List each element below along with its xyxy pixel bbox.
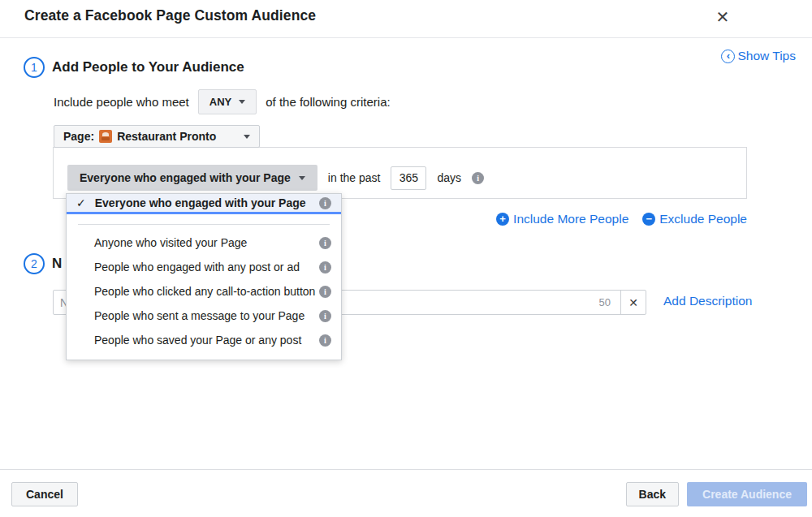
menu-item-label: People who saved your Page or any post — [94, 334, 301, 347]
menu-item[interactable]: People who clicked any call-to-action bu… — [67, 279, 341, 304]
step1-number-badge: 1 — [24, 57, 45, 78]
modal-title: Create a Facebook Page Custom Audience — [24, 7, 316, 24]
days-label: days — [437, 171, 461, 184]
include-more-people-link[interactable]: + Include More People — [496, 212, 628, 226]
caret-down-icon — [299, 176, 305, 180]
footer-right-buttons: Back Create Audience — [626, 482, 807, 506]
criteria-suffix: of the following criteria: — [266, 95, 390, 109]
menu-items: Anyone who visited your Page i People wh… — [67, 225, 341, 360]
info-icon[interactable]: i — [319, 237, 331, 249]
engagement-type-menu: ✓ Everyone who engaged with your Page i … — [66, 193, 342, 360]
menu-item[interactable]: People who sent a message to your Page i — [67, 304, 341, 328]
match-type-value: ANY — [209, 96, 231, 108]
info-icon[interactable]: i — [319, 286, 331, 298]
exclude-people-link[interactable]: − Exclude People — [642, 212, 747, 226]
info-icon[interactable]: i — [319, 334, 331, 347]
menu-item[interactable]: People who saved your Page or any post i — [67, 328, 341, 352]
include-more-people-label: Include More People — [513, 212, 628, 226]
criteria-prefix: Include people who meet — [54, 95, 189, 109]
add-description-link[interactable]: Add Description — [663, 294, 752, 308]
rule-row: Everyone who engaged with your Page in t… — [67, 165, 484, 191]
engagement-type-dropdown[interactable]: Everyone who engaged with your Page — [67, 165, 317, 191]
caret-down-icon — [239, 100, 245, 104]
info-icon[interactable]: i — [319, 261, 331, 274]
info-icon[interactable]: i — [319, 310, 331, 322]
show-tips-link[interactable]: ‹ Show Tips — [721, 49, 796, 63]
menu-item-selected-label: Everyone who engaged with your Page — [95, 196, 306, 209]
days-input[interactable]: 365 — [391, 166, 426, 190]
create-custom-audience-modal: Create a Facebook Page Custom Audience ✕… — [0, 0, 812, 517]
menu-item[interactable]: Anyone who visited your Page i — [67, 230, 341, 255]
info-icon[interactable]: i — [319, 197, 331, 209]
page-selector-label: Page: — [63, 130, 94, 143]
menu-item-label: People who sent a message to your Page — [94, 309, 304, 322]
check-icon: ✓ — [76, 196, 86, 209]
create-audience-button[interactable]: Create Audience — [687, 482, 807, 506]
menu-item-label: Anyone who visited your Page — [94, 236, 247, 249]
header-divider — [0, 37, 812, 38]
days-info-icon[interactable]: i — [472, 172, 484, 184]
page-avatar — [99, 130, 112, 143]
clear-input-icon[interactable]: ✕ — [620, 291, 646, 314]
menu-item-selected[interactable]: ✓ Everyone who engaged with your Page i — [67, 194, 341, 214]
back-button[interactable]: Back — [626, 482, 679, 506]
caret-down-icon — [244, 135, 250, 139]
step1-title: Add People to Your Audience — [52, 59, 244, 75]
engagement-type-value: Everyone who engaged with your Page — [80, 171, 291, 184]
menu-item-label: People who clicked any call-to-action bu… — [94, 285, 315, 298]
criteria-sentence: Include people who meet ANY of the follo… — [54, 89, 391, 114]
close-icon[interactable]: ✕ — [711, 6, 734, 28]
chevron-left-circle-icon: ‹ — [721, 50, 735, 63]
in-the-past-label: in the past — [328, 171, 381, 184]
step2-title: N — [52, 256, 62, 272]
menu-item[interactable]: People who engaged with any post or ad i — [67, 255, 341, 279]
page-name: Restaurant Pronto — [117, 130, 216, 143]
menu-item-label: People who engaged with any post or ad — [94, 261, 300, 274]
criteria-rule-box: Everyone who engaged with your Page in t… — [53, 147, 747, 199]
plus-circle-icon: + — [496, 213, 509, 226]
cancel-button[interactable]: Cancel — [11, 482, 78, 506]
char-counter: 50 — [599, 296, 620, 308]
minus-circle-icon: − — [642, 213, 655, 226]
step2-number-badge: 2 — [24, 253, 45, 274]
show-tips-label: Show Tips — [737, 49, 796, 63]
footer-divider — [0, 469, 812, 470]
exclude-people-label: Exclude People — [659, 212, 747, 226]
page-selector-dropdown[interactable]: Page: Restaurant Pronto — [54, 125, 260, 148]
match-type-dropdown[interactable]: ANY — [198, 89, 257, 114]
